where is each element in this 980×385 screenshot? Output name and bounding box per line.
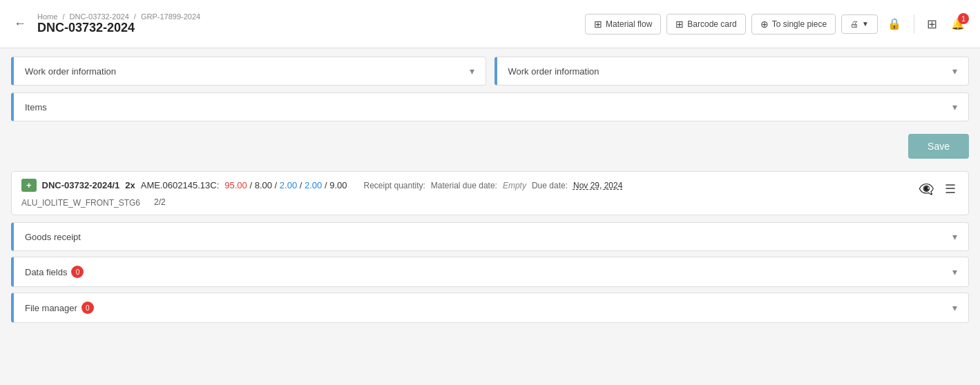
file-manager-panel: File manager 0 ▾ xyxy=(11,293,969,323)
page-title: DNC-03732-2024 xyxy=(37,21,200,35)
barcode-card-label: Barcode card xyxy=(687,19,736,29)
right-panel-chevron: ▾ xyxy=(952,66,957,77)
eye-grid-icon-button[interactable]: 👁‍🗨 xyxy=(916,179,936,199)
nums-black: 9.00 xyxy=(329,180,347,190)
right-panel-title: Work order information xyxy=(508,66,599,77)
items-panel: Items ▾ xyxy=(11,92,969,121)
print-button[interactable]: 🖨 ▼ xyxy=(841,14,878,34)
work-order-id: DNC-03732-2024/1 xyxy=(42,180,120,190)
page-header: ← Home / DNC-03732-2024 / GRP-17899-2024… xyxy=(0,0,980,48)
breadcrumb-trail: Home / DNC-03732-2024 / GRP-17899-2024 xyxy=(37,12,200,21)
material-flow-label: Material flow xyxy=(606,19,652,29)
file-manager-badge: 0 xyxy=(81,302,94,314)
work-order-row: + DNC-03732-2024/1 2x AME.0602145.13C: 9… xyxy=(11,171,969,215)
lock-icon: 🔒 xyxy=(887,18,901,30)
right-work-order-panel: Work order information ▾ xyxy=(494,57,970,86)
file-manager-header-content: File manager 0 xyxy=(25,302,94,314)
work-order-code: AME.0602145.13C: xyxy=(141,180,219,190)
goods-receipt-chevron: ▾ xyxy=(952,231,957,242)
nums-blue1: 2.00 xyxy=(280,180,297,190)
data-fields-header-content: Data fields 0 xyxy=(25,266,84,278)
receipt-label: Receipt quantity: xyxy=(363,181,425,190)
grid-view-button[interactable]: ⊞ xyxy=(923,12,941,36)
breadcrumb-item2[interactable]: GRP-17899-2024 xyxy=(141,12,200,21)
left-work-order-panel: Work order information ▾ xyxy=(11,57,486,86)
nums-red: 95.00 xyxy=(224,180,247,190)
items-panel-title: Items xyxy=(25,102,47,112)
goods-receipt-panel: Goods receipt ▾ xyxy=(11,222,969,251)
list-icon-button[interactable]: ☰ xyxy=(942,179,959,199)
save-button[interactable]: Save xyxy=(908,134,969,159)
breadcrumb: Home / DNC-03732-2024 / GRP-17899-2024 D… xyxy=(37,12,200,35)
breadcrumb-sep1: / xyxy=(62,12,64,21)
breadcrumb-item1[interactable]: DNC-03732-2024 xyxy=(70,12,129,21)
material-flow-icon: ⊞ xyxy=(594,19,602,30)
work-order-info-row: Work order information ▾ Work order info… xyxy=(11,57,969,86)
header-divider xyxy=(914,14,914,34)
work-order-actions: 👁‍🗨 ☰ xyxy=(916,179,959,199)
file-manager-title: File manager xyxy=(25,303,77,313)
file-manager-header[interactable]: File manager 0 ▾ xyxy=(14,293,968,322)
goods-receipt-header[interactable]: Goods receipt ▾ xyxy=(14,223,968,250)
material-due-value: Empty xyxy=(503,181,526,190)
goods-receipt-title: Goods receipt xyxy=(25,232,81,242)
left-panel-chevron: ▾ xyxy=(470,66,474,77)
data-fields-chevron: ▾ xyxy=(952,266,957,277)
work-order-sub: ALU_IOLITE_W_FRONT_STG6 xyxy=(21,198,140,208)
save-area: Save xyxy=(11,128,969,164)
work-order-nums: 95.00 / 8.00 / 2.00 / 2.00 / 9.00 xyxy=(224,180,347,190)
list-icon: ☰ xyxy=(945,182,956,196)
barcode-card-button[interactable]: ⊞ Barcode card xyxy=(666,14,745,34)
material-due-label: Material due date: xyxy=(431,181,497,190)
data-fields-header[interactable]: Data fields 0 ▾ xyxy=(14,257,968,286)
work-order-left: + DNC-03732-2024/1 2x AME.0602145.13C: 9… xyxy=(21,179,622,208)
work-order-top: + DNC-03732-2024/1 2x AME.0602145.13C: 9… xyxy=(21,179,622,192)
print-icon: 🖨 xyxy=(850,19,858,29)
file-manager-chevron: ▾ xyxy=(952,302,957,313)
receipt-value: 2/2 xyxy=(154,197,166,207)
due-date-value: Nov 29, 2024 xyxy=(573,181,622,190)
barcode-card-icon: ⊞ xyxy=(675,19,684,30)
print-chevron: ▼ xyxy=(862,20,869,28)
header-right: ⊞ Material flow ⊞ Barcode card ⊕ To sing… xyxy=(585,12,969,36)
lock-button[interactable]: 🔒 xyxy=(883,13,905,34)
material-flow-button[interactable]: ⊞ Material flow xyxy=(585,14,661,34)
data-fields-badge: 0 xyxy=(71,266,84,278)
data-fields-panel: Data fields 0 ▾ xyxy=(11,257,969,287)
breadcrumb-home[interactable]: Home xyxy=(37,12,57,21)
right-panel-header[interactable]: Work order information ▾ xyxy=(497,57,969,85)
header-left: ← Home / DNC-03732-2024 / GRP-17899-2024… xyxy=(11,12,200,35)
nums-sep1: / 8.00 / xyxy=(249,180,277,190)
data-fields-title: Data fields xyxy=(25,267,67,277)
to-single-piece-icon: ⊕ xyxy=(760,19,769,30)
back-button[interactable]: ← xyxy=(11,14,29,34)
notification-button[interactable]: 🔔 1 xyxy=(947,13,969,34)
nums-blue2: 2.00 xyxy=(305,180,322,190)
breadcrumb-sep2: / xyxy=(134,12,136,21)
work-order-quantity-prefix: 2x xyxy=(125,180,135,190)
to-single-piece-label: To single piece xyxy=(772,19,827,29)
main-content: Work order information ▾ Work order info… xyxy=(0,48,980,337)
grid-icon: ⊞ xyxy=(927,17,937,31)
items-panel-header[interactable]: Items ▾ xyxy=(14,93,968,121)
nums-sep2: / xyxy=(300,180,305,190)
items-panel-chevron: ▾ xyxy=(952,101,957,112)
notification-badge: 1 xyxy=(958,13,969,24)
due-date-label: Due date: xyxy=(532,181,568,190)
left-panel-header[interactable]: Work order information ▾ xyxy=(14,57,486,85)
eye-grid-icon: 👁‍🗨 xyxy=(919,182,934,196)
to-single-piece-button[interactable]: ⊕ To single piece xyxy=(751,14,836,34)
work-order-add-button[interactable]: + xyxy=(21,179,37,192)
left-panel-title: Work order information xyxy=(25,66,116,77)
